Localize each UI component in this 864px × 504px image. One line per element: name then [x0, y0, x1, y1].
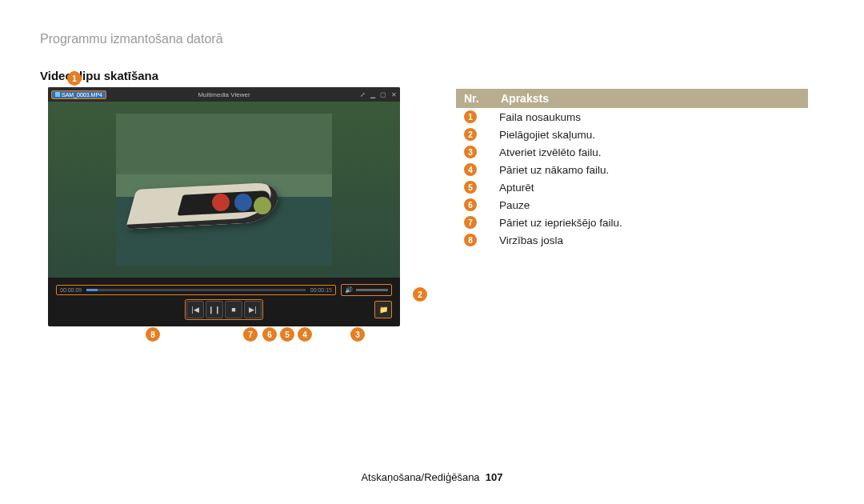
row-text: Atveriet izvēlēto failu.: [499, 146, 602, 158]
video-canvas: [48, 102, 400, 278]
page-number: 107: [486, 471, 503, 483]
breadcrumb: Programmu izmantošana datorā: [40, 32, 824, 46]
section-title: Videoklipu skatīšana: [40, 69, 824, 82]
callout-1: 1: [67, 71, 82, 86]
playback-buttons: |◀ ❙❙ ■ ▶| 📁: [48, 299, 400, 326]
prev-button[interactable]: |◀: [186, 301, 204, 318]
row-text: Pielāgojiet skaļumu.: [499, 129, 595, 141]
file-name-label: SAM_0003.MP4: [62, 92, 102, 98]
row-badge: 2: [464, 128, 477, 141]
callout-5: 5: [280, 327, 294, 342]
ball-green: [254, 197, 271, 214]
header-nr: Nr.: [464, 92, 501, 105]
row-badge: 7: [464, 216, 477, 229]
video-still: [116, 114, 332, 266]
minimize-icon[interactable]: ▁: [370, 91, 375, 98]
progress-fill: [86, 289, 98, 291]
speaker-icon[interactable]: 🔊: [345, 286, 353, 294]
row-badge: 8: [464, 234, 477, 246]
titlebar: SAM_0003.MP4 Multimedia Viewer ⤢ ▁ ▢ ✕: [48, 87, 400, 102]
table-row: 8 Virzības josla: [456, 231, 808, 249]
row-badge: 3: [464, 146, 477, 158]
footer-section: Atskaņošana/Rediģēšana: [361, 471, 479, 483]
next-button[interactable]: ▶|: [244, 301, 262, 318]
table-row: 3 Atveriet izvēlēto failu.: [456, 143, 808, 161]
page-footer: Atskaņošana/Rediģēšana 107: [0, 471, 864, 483]
table-row: 1 Faila nosaukums: [456, 108, 808, 126]
row-text: Virzības josla: [499, 234, 563, 246]
stop-button[interactable]: ■: [225, 301, 242, 318]
volume-bar[interactable]: [356, 289, 388, 291]
ball-blue: [234, 194, 252, 211]
ball-red: [212, 194, 230, 211]
callout-3: 3: [350, 327, 365, 342]
description-table: Nr. Apraksts 1 Faila nosaukums 2 Pielāgo…: [456, 89, 808, 249]
row-text: Pāriet uz nākamo failu.: [499, 164, 609, 176]
row-badge: 4: [464, 163, 477, 176]
callout-4: 4: [298, 327, 312, 342]
volume-group[interactable]: 🔊: [341, 284, 392, 296]
table-row: 6 Pauze: [456, 196, 808, 214]
progress-bar-group[interactable]: 00:00:09 00:00:15: [56, 285, 336, 295]
row-text: Faila nosaukums: [499, 111, 581, 123]
pause-button[interactable]: ❙❙: [206, 301, 223, 318]
open-file-button[interactable]: 📁: [374, 301, 392, 318]
file-name-tab[interactable]: SAM_0003.MP4: [51, 90, 106, 99]
callout-6: 6: [262, 327, 277, 342]
expand-icon[interactable]: ⤢: [360, 91, 366, 98]
row-text: Apturēt: [499, 182, 534, 194]
row-badge: 1: [464, 110, 477, 123]
row-text: Pāriet uz iepriekšējo failu.: [499, 217, 622, 229]
table-header: Nr. Apraksts: [456, 89, 808, 108]
row-badge: 5: [464, 181, 477, 194]
app-title: Multimedia Viewer: [198, 91, 250, 98]
callout-8: 8: [146, 327, 160, 342]
maximize-icon[interactable]: ▢: [380, 91, 386, 98]
row-text: Pauze: [499, 199, 530, 211]
viewer-figure: 1 2 3 4 5 6 7 8 SAM_0003.MP4 Multimedia …: [48, 87, 400, 326]
row-badge: 6: [464, 198, 477, 211]
table-row: 4 Pāriet uz nākamo failu.: [456, 161, 808, 178]
header-desc: Apraksts: [501, 92, 549, 105]
file-icon: [55, 92, 60, 97]
time-total: 00:00:15: [310, 287, 332, 293]
progress-row: 00:00:09 00:00:15 🔊: [48, 278, 400, 299]
multimedia-viewer-window: SAM_0003.MP4 Multimedia Viewer ⤢ ▁ ▢ ✕: [48, 87, 400, 326]
table-row: 5 Apturēt: [456, 178, 808, 196]
progress-track[interactable]: [86, 289, 306, 291]
table-row: 2 Pielāgojiet skaļumu.: [456, 126, 808, 143]
table-row: 7 Pāriet uz iepriekšējo failu.: [456, 214, 808, 231]
callout-2: 2: [413, 287, 427, 302]
callout-7: 7: [243, 327, 258, 342]
time-current: 00:00:09: [60, 287, 82, 293]
close-icon[interactable]: ✕: [391, 91, 397, 98]
